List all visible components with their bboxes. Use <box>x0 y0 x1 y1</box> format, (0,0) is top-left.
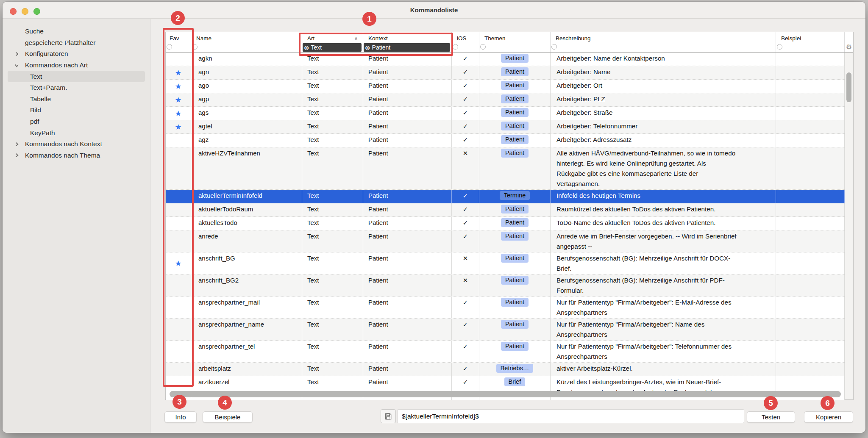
table-row[interactable]: aktuellerTerminInfofeldTextPatient✓Termi… <box>166 190 845 203</box>
table-row[interactable]: ansprechpartner_telTextPatient✓PatientNu… <box>166 341 845 363</box>
beschreibung-text: Arbeitgeber: Ort <box>551 80 776 93</box>
beispiel-cell <box>776 363 845 376</box>
table-row[interactable]: ansprechpartner_mailTextPatient✓PatientN… <box>166 297 845 319</box>
kontext-value: Patient <box>363 190 452 203</box>
filter-cell-beschreibung <box>551 43 776 52</box>
kontext-value: Patient <box>363 363 452 376</box>
table-row[interactable]: ★agpTextPatient✓PatientArbeitgeber: PLZ <box>166 93 845 107</box>
kontext-value: Patient <box>363 274 452 296</box>
command-name: anrede <box>191 230 302 252</box>
beispiele-button[interactable]: Beispiele <box>203 411 253 423</box>
chevron-right-icon[interactable] <box>14 141 19 147</box>
favorite-star-icon[interactable]: ★ <box>175 260 181 267</box>
kontext-value: Patient <box>363 120 452 133</box>
sidebar-item-text-param[interactable]: Text+Param. <box>8 82 145 94</box>
favorite-star-icon[interactable]: ★ <box>175 69 181 77</box>
gear-icon[interactable]: ⚙ <box>846 44 852 50</box>
filter-circle-icon[interactable] <box>453 44 458 50</box>
column-header-ios[interactable]: iOS <box>452 32 479 43</box>
kopieren-button[interactable]: Kopieren <box>804 411 853 423</box>
favorite-star-icon[interactable]: ★ <box>175 110 181 117</box>
beispiel-cell <box>776 93 845 106</box>
sidebar-item-kommandos-nach-thema[interactable]: Kommandos nach Thema <box>8 150 145 161</box>
table-row[interactable]: aktuellerTodoRaumTextPatient✓PatientRaum… <box>166 203 845 217</box>
column-header-beschreibung[interactable]: Beschreibung <box>551 32 776 43</box>
chevron-right-icon[interactable] <box>14 51 19 57</box>
thema-badge: Patient <box>501 94 529 103</box>
table-row[interactable]: agzTextPatient✓PatientArbeitgeber: Adres… <box>166 134 845 147</box>
save-button[interactable] <box>381 409 396 423</box>
table-row[interactable]: agknTextPatient✓PatientArbeitgeber: Name… <box>166 53 845 66</box>
fav-cell <box>166 217 191 230</box>
themen-cell: Patient <box>479 203 551 216</box>
thema-badge: Patient <box>501 81 529 90</box>
beispiel-cell <box>776 297 845 318</box>
filter-circle-icon[interactable] <box>480 44 486 50</box>
table-row[interactable]: aktiveHZVTeilnahmenTextPatient✕PatientAl… <box>166 147 845 190</box>
filter-token-art[interactable]: ⊗ Text <box>303 43 362 52</box>
chevron-right-icon[interactable] <box>14 152 19 158</box>
themen-cell: Patient <box>479 252 551 274</box>
favorite-star-icon[interactable]: ★ <box>175 96 181 104</box>
column-header-themen[interactable]: Themen <box>479 32 551 43</box>
sidebar-item-label: Konfiguratoren <box>25 50 68 58</box>
table-row[interactable]: aktuellesTodoTextPatient✓PatientToDo-Nam… <box>166 217 845 230</box>
sidebar-item-pdf[interactable]: pdf <box>8 116 145 128</box>
chevron-down-icon[interactable] <box>14 62 19 68</box>
table-row[interactable]: ★agsTextPatient✓PatientArbeitgeber: Stra… <box>166 107 845 120</box>
sidebar-item-label: Kommandos nach Thema <box>25 152 100 159</box>
thema-badge: Patient <box>501 108 529 117</box>
column-header-art[interactable]: Art∧ <box>302 32 363 43</box>
sidebar-item-kommandos-nach-art[interactable]: Kommandos nach Art <box>8 60 145 71</box>
ios-check-icon: ✓ <box>452 134 479 147</box>
filter-circle-icon[interactable] <box>777 44 782 50</box>
ios-check-icon: ✓ <box>452 53 479 66</box>
table-row[interactable]: anschrift_BG2TextPatient✕PatientBerufsge… <box>166 274 845 297</box>
column-header-fav[interactable]: Fav <box>166 32 191 43</box>
table-row[interactable]: ★agtelTextPatient✓PatientArbeitgeber: Te… <box>166 120 845 134</box>
sidebar-item-konfiguratoren[interactable]: Konfiguratoren <box>8 48 145 60</box>
column-header-kontext[interactable]: Kontext <box>363 32 452 43</box>
remove-filter-icon[interactable]: ⊗ <box>365 44 370 51</box>
table-row[interactable]: arbeitsplatzTextPatient✓Betriebs…aktiver… <box>166 363 845 376</box>
sidebar-item-kommandos-nach-kontext[interactable]: Kommandos nach Kontext <box>8 139 145 150</box>
horizontal-scrollbar[interactable] <box>170 391 841 397</box>
fav-cell <box>166 190 191 203</box>
table-row[interactable]: anredeTextPatient✓PatientAnrede wie im B… <box>166 230 845 252</box>
filter-circle-icon[interactable] <box>551 44 557 50</box>
command-name: aktuellesTodo <box>191 217 302 230</box>
testen-button[interactable]: Testen <box>747 411 795 423</box>
table-row[interactable]: ansprechpartner_nameTextPatient✓PatientN… <box>166 319 845 341</box>
favorite-star-icon[interactable]: ★ <box>175 123 181 131</box>
thema-badge: Brief <box>504 377 526 386</box>
sidebar-item-gespeicherte-platzhalter[interactable]: gespeicherte Platzhalter <box>8 37 145 49</box>
column-header-beispiel[interactable]: Beispiel <box>776 32 845 43</box>
table-row[interactable]: ★agoTextPatient✓PatientArbeitgeber: Ort <box>166 80 845 93</box>
command-name: anschrift_BG <box>191 252 302 274</box>
table-row[interactable]: ★agnTextPatient✓PatientArbeitgeber: Name <box>166 66 845 80</box>
art-value: Text <box>302 134 363 147</box>
vertical-scrollbar[interactable] <box>846 72 851 102</box>
beispiel-cell <box>776 107 845 120</box>
beispiel-cell <box>776 147 845 189</box>
thema-badge: Patient <box>501 122 529 130</box>
sidebar-item-keypath[interactable]: KeyPath <box>8 127 145 139</box>
info-button[interactable]: Info <box>164 411 197 423</box>
sidebar-item-suche[interactable]: Suche <box>8 26 145 37</box>
sidebar-item-text[interactable]: Text <box>8 71 145 82</box>
filter-circle-icon[interactable] <box>167 44 172 50</box>
favorite-star-icon[interactable]: ★ <box>175 83 181 90</box>
art-value: Text <box>302 80 363 93</box>
filter-token-kontext[interactable]: ⊗ Patient <box>364 43 450 52</box>
filter-circle-icon[interactable] <box>192 44 198 50</box>
table-row[interactable]: ★anschrift_BGTextPatient✕PatientBerufsge… <box>166 252 845 274</box>
sidebar-item-bild[interactable]: Bild <box>8 105 145 116</box>
platzhalter-input[interactable] <box>397 409 744 423</box>
themen-cell: Betriebs… <box>479 363 551 376</box>
fav-cell <box>166 147 191 189</box>
thema-badge: Patient <box>501 205 529 213</box>
remove-filter-icon[interactable]: ⊗ <box>304 44 309 51</box>
thema-badge: Patient <box>501 67 529 76</box>
column-header-name[interactable]: Name <box>191 32 302 43</box>
sidebar-item-tabelle[interactable]: Tabelle <box>8 94 145 105</box>
